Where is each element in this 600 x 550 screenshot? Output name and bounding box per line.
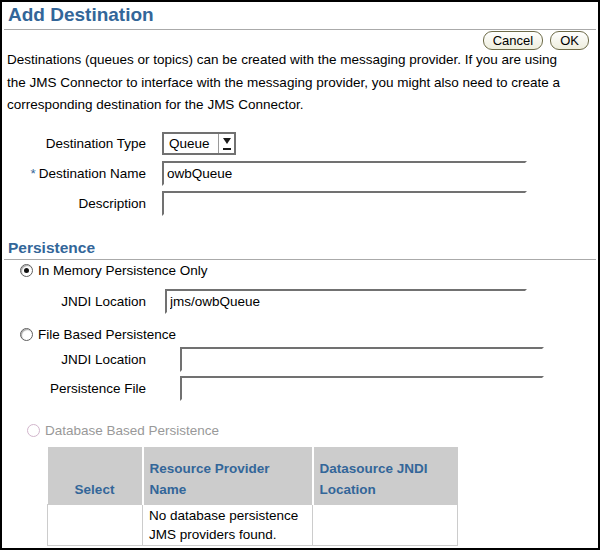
description-input[interactable]: [162, 191, 527, 216]
resource-provider-table: Select Resource Provider Name Datasource…: [47, 447, 458, 546]
required-asterisk: *: [30, 166, 35, 181]
description-label: Description: [2, 196, 146, 211]
file-based-radio[interactable]: [20, 328, 33, 341]
in-memory-radio-label: In Memory Persistence Only: [38, 263, 208, 278]
database-persistence-option: Database Based Persistence: [27, 423, 219, 438]
ok-button[interactable]: OK: [550, 31, 589, 50]
file-jndi-location-label: JNDI Location: [2, 352, 146, 367]
select-cell: [48, 505, 143, 546]
persistence-rule: [4, 259, 596, 260]
destination-form: Destination Type Queue *Destination Name…: [2, 129, 600, 218]
destination-type-row: Destination Type Queue: [2, 129, 600, 158]
resource-provider-column-header: Resource Provider Name: [143, 447, 313, 505]
dropdown-triangle: [223, 138, 231, 148]
database-radio: [27, 424, 40, 437]
destination-type-select[interactable]: Queue: [162, 132, 236, 155]
database-radio-label: Database Based Persistence: [45, 423, 219, 438]
persistence-heading: Persistence: [8, 239, 95, 257]
file-based-jndi-input[interactable]: [180, 347, 544, 372]
datasource-cell: [313, 505, 458, 546]
persistence-file-input[interactable]: [180, 376, 544, 401]
in-memory-jndi-row: JNDI Location: [2, 286, 600, 316]
in-memory-radio[interactable]: [20, 264, 33, 277]
select-column-header: Select: [48, 447, 143, 505]
cancel-button[interactable]: Cancel: [483, 31, 543, 50]
description-row: Description: [2, 188, 600, 218]
in-memory-persistence-option: In Memory Persistence Only: [20, 263, 208, 278]
destination-type-label: Destination Type: [2, 136, 146, 151]
persistence-file-label: Persistence File: [2, 381, 146, 396]
destination-name-row: *Destination Name: [2, 158, 600, 188]
destination-type-value: Queue: [169, 136, 210, 151]
datasource-jndi-column-header: Datasource JNDI Location: [313, 447, 458, 505]
page-description: Destinations (queues or topics) can be c…: [7, 49, 582, 117]
add-destination-page: Add Destination Cancel OK Destinations (…: [0, 0, 600, 550]
empty-message-cell: No database persistence JMS providers fo…: [143, 505, 313, 546]
chevron-down-icon[interactable]: [218, 134, 234, 153]
persistence-file-row: Persistence File: [2, 373, 600, 403]
action-buttons: Cancel OK: [483, 31, 589, 50]
table-row: No database persistence JMS providers fo…: [48, 505, 458, 546]
dropdown-bar: [223, 148, 231, 150]
jndi-location-label: JNDI Location: [2, 294, 146, 309]
page-title: Add Destination: [8, 4, 154, 26]
title-rule: [4, 29, 596, 30]
file-based-jndi-row: JNDI Location: [2, 344, 600, 374]
table-header-row: Select Resource Provider Name Datasource…: [48, 447, 458, 505]
file-based-radio-label: File Based Persistence: [38, 327, 176, 342]
file-based-persistence-option: File Based Persistence: [20, 327, 176, 342]
in-memory-jndi-input[interactable]: [165, 289, 527, 314]
destination-name-input[interactable]: [162, 161, 527, 186]
destination-name-label: *Destination Name: [2, 166, 146, 181]
